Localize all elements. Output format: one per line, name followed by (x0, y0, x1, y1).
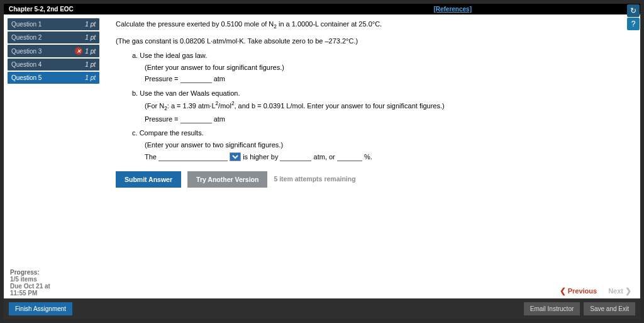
part-b-hint: (For N2: a = 1.39 atm·L2/mol2, and b = 0… (145, 99, 628, 113)
sidebar-item-label: Question 3 (11, 48, 42, 55)
header-bar: Chapter 5-2, 2nd EOC [References] (4, 4, 640, 14)
references-link[interactable]: [References] (433, 6, 472, 13)
sidebar-item-q4[interactable]: Question 4 1 pt (8, 59, 99, 71)
part-b-answer-row: Pressure = atm (145, 113, 628, 125)
progress-block: Progress: 1/5 items Due Oct 21 at 11:55 … (10, 269, 50, 297)
compare-which-input[interactable] (158, 153, 228, 161)
sidebar-item-label: Question 5 (11, 74, 42, 81)
attempts-remaining: 5 item attempts remaining (274, 174, 355, 185)
compare-select[interactable] (230, 152, 241, 161)
footer-bar: Finish Assignment Email Instructor Save … (4, 298, 640, 319)
save-and-exit-button[interactable]: Save and Exit (584, 302, 635, 315)
try-another-button[interactable]: Try Another Version (187, 171, 267, 188)
chevron-left-icon: ❮ (560, 286, 566, 295)
sync-icon[interactable]: ↻ (627, 4, 640, 17)
sidebar-item-q1[interactable]: Question 1 1 pt (8, 18, 99, 30)
gas-constant-note: (The gas constant is 0.08206 L·atm/mol·K… (116, 35, 628, 47)
sidebar-item-pts: 1 pt (85, 34, 96, 41)
part-c-answer-row: The is higher by atm, or %. (145, 151, 628, 163)
part-c: c. Compare the results. (132, 127, 628, 139)
question-body: Calculate the pressure exerted by 0.5100… (103, 14, 640, 298)
question-sidebar: Question 1 1 pt Question 2 1 pt Question… (4, 14, 103, 298)
question-intro: Calculate the pressure exerted by 0.5100… (116, 18, 628, 31)
part-b: b. Use the van der Waals equation. (132, 88, 628, 99)
sidebar-item-q2[interactable]: Question 2 1 pt (8, 31, 99, 43)
previous-link[interactable]: ❮Previous (560, 286, 597, 295)
part-a-hint: (Enter your answer to four significant f… (145, 62, 628, 74)
wrong-icon: ✕ (75, 47, 82, 55)
sidebar-item-label: Question 2 (11, 34, 42, 41)
sidebar-item-pts: 1 pt (85, 48, 96, 55)
chapter-title: Chapter 5-2, 2nd EOC (9, 6, 74, 13)
email-instructor-button[interactable]: Email Instructor (524, 302, 580, 315)
sidebar-item-pts: 1 pt (85, 74, 96, 81)
sidebar-item-q5[interactable]: Question 5 1 pt (8, 72, 99, 84)
sidebar-item-label: Question 1 (11, 21, 42, 28)
part-a: a. Use the ideal gas law. (132, 50, 628, 62)
part-c-hint: (Enter your answer to two significant fi… (145, 139, 628, 151)
part-a-answer-row: Pressure = atm (145, 73, 628, 85)
pressure-b-input[interactable] (180, 115, 212, 123)
compare-atm-input[interactable] (280, 153, 311, 161)
next-link: Next❯ (608, 286, 631, 295)
sidebar-item-label: Question 4 (11, 61, 42, 68)
submit-answer-button[interactable]: Submit Answer (116, 171, 181, 188)
sidebar-item-q3[interactable]: Question 3 ✕1 pt (8, 45, 99, 57)
sidebar-item-pts: 1 pt (85, 61, 96, 68)
help-icon[interactable]: ? (627, 18, 640, 30)
chevron-right-icon: ❯ (625, 286, 631, 295)
compare-pct-input[interactable] (337, 153, 362, 161)
finish-assignment-button[interactable]: Finish Assignment (9, 302, 72, 315)
sidebar-item-pts: 1 pt (85, 21, 96, 28)
pressure-a-input[interactable] (180, 75, 212, 83)
